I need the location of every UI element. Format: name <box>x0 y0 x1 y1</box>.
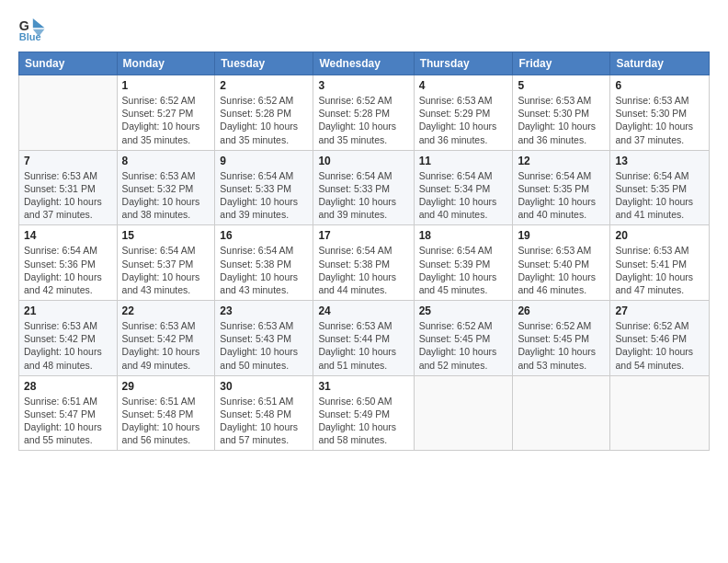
day-info: Sunrise: 6:53 AMSunset: 5:31 PMDaylight:… <box>24 169 112 222</box>
calendar-table: SundayMondayTuesdayWednesdayThursdayFrid… <box>18 52 710 451</box>
calendar-cell: 13Sunrise: 6:54 AMSunset: 5:35 PMDayligh… <box>610 150 710 225</box>
calendar-cell: 8Sunrise: 6:53 AMSunset: 5:32 PMDaylight… <box>117 150 215 225</box>
calendar-cell: 4Sunrise: 6:53 AMSunset: 5:29 PMDaylight… <box>414 75 513 151</box>
day-info: Sunrise: 6:52 AMSunset: 5:45 PMDaylight:… <box>419 319 508 372</box>
calendar-cell: 11Sunrise: 6:54 AMSunset: 5:34 PMDayligh… <box>414 150 513 225</box>
day-info: Sunrise: 6:50 AMSunset: 5:49 PMDaylight:… <box>318 395 408 447</box>
day-number: 8 <box>122 155 210 167</box>
calendar-cell: 21Sunrise: 6:53 AMSunset: 5:42 PMDayligh… <box>19 301 118 376</box>
week-row-5: 28Sunrise: 6:51 AMSunset: 5:47 PMDayligh… <box>19 375 710 451</box>
day-info: Sunrise: 6:54 AMSunset: 5:35 PMDaylight:… <box>615 169 704 222</box>
day-number: 23 <box>220 304 308 317</box>
day-number: 13 <box>615 155 704 167</box>
day-number: 7 <box>24 155 112 167</box>
logo: G Blue <box>18 15 50 42</box>
day-info: Sunrise: 6:52 AMSunset: 5:45 PMDaylight:… <box>518 319 605 372</box>
calendar-cell: 17Sunrise: 6:54 AMSunset: 5:38 PMDayligh… <box>313 225 414 301</box>
day-info: Sunrise: 6:52 AMSunset: 5:28 PMDaylight:… <box>318 94 408 146</box>
weekday-header-monday: Monday <box>117 52 215 75</box>
day-info: Sunrise: 6:54 AMSunset: 5:33 PMDaylight:… <box>220 169 308 222</box>
day-number: 5 <box>518 79 605 92</box>
day-info: Sunrise: 6:52 AMSunset: 5:46 PMDaylight:… <box>615 319 704 372</box>
weekday-header-friday: Friday <box>513 52 610 75</box>
day-info: Sunrise: 6:51 AMSunset: 5:47 PMDaylight:… <box>24 395 112 447</box>
day-info: Sunrise: 6:51 AMSunset: 5:48 PMDaylight:… <box>122 395 210 447</box>
day-number: 2 <box>220 79 308 92</box>
day-number: 12 <box>518 155 605 167</box>
calendar-cell: 10Sunrise: 6:54 AMSunset: 5:33 PMDayligh… <box>313 150 414 225</box>
calendar-cell <box>513 375 610 451</box>
day-number: 30 <box>220 380 308 393</box>
weekday-header-saturday: Saturday <box>610 52 710 75</box>
day-info: Sunrise: 6:53 AMSunset: 5:44 PMDaylight:… <box>318 319 408 372</box>
week-row-2: 7Sunrise: 6:53 AMSunset: 5:31 PMDaylight… <box>19 150 710 225</box>
day-info: Sunrise: 6:53 AMSunset: 5:42 PMDaylight:… <box>24 319 112 372</box>
calendar-cell <box>610 375 710 451</box>
calendar-cell: 23Sunrise: 6:53 AMSunset: 5:43 PMDayligh… <box>215 301 313 376</box>
page: G Blue SundayMondayTuesdayWednesdayThurs… <box>0 0 728 563</box>
weekday-header-row: SundayMondayTuesdayWednesdayThursdayFrid… <box>19 52 710 75</box>
calendar-cell: 7Sunrise: 6:53 AMSunset: 5:31 PMDaylight… <box>19 150 118 225</box>
day-number: 29 <box>122 380 210 393</box>
calendar-cell <box>19 75 118 151</box>
weekday-header-wednesday: Wednesday <box>313 52 414 75</box>
day-number: 22 <box>122 304 210 317</box>
day-number: 14 <box>24 229 112 242</box>
day-number: 27 <box>615 304 704 317</box>
day-info: Sunrise: 6:53 AMSunset: 5:42 PMDaylight:… <box>122 319 210 372</box>
calendar-cell: 6Sunrise: 6:53 AMSunset: 5:30 PMDaylight… <box>610 75 710 151</box>
weekday-header-tuesday: Tuesday <box>215 52 313 75</box>
calendar-cell: 2Sunrise: 6:52 AMSunset: 5:28 PMDaylight… <box>215 75 313 151</box>
day-number: 11 <box>419 155 508 167</box>
day-number: 4 <box>419 79 508 92</box>
calendar-cell: 16Sunrise: 6:54 AMSunset: 5:38 PMDayligh… <box>215 225 313 301</box>
calendar-cell: 14Sunrise: 6:54 AMSunset: 5:36 PMDayligh… <box>19 225 118 301</box>
calendar-cell: 19Sunrise: 6:53 AMSunset: 5:40 PMDayligh… <box>513 225 610 301</box>
day-number: 25 <box>419 304 508 317</box>
day-info: Sunrise: 6:52 AMSunset: 5:28 PMDaylight:… <box>220 94 308 146</box>
day-info: Sunrise: 6:53 AMSunset: 5:30 PMDaylight:… <box>518 94 605 146</box>
calendar-cell: 12Sunrise: 6:54 AMSunset: 5:35 PMDayligh… <box>513 150 610 225</box>
day-number: 16 <box>220 229 308 242</box>
day-info: Sunrise: 6:54 AMSunset: 5:38 PMDaylight:… <box>220 244 308 296</box>
week-row-3: 14Sunrise: 6:54 AMSunset: 5:36 PMDayligh… <box>19 225 710 301</box>
day-number: 28 <box>24 380 112 393</box>
weekday-header-thursday: Thursday <box>414 52 513 75</box>
day-info: Sunrise: 6:53 AMSunset: 5:43 PMDaylight:… <box>220 319 308 372</box>
calendar-cell: 28Sunrise: 6:51 AMSunset: 5:47 PMDayligh… <box>19 375 118 451</box>
day-number: 20 <box>615 229 704 242</box>
day-info: Sunrise: 6:51 AMSunset: 5:48 PMDaylight:… <box>220 395 308 447</box>
day-number: 26 <box>518 304 605 317</box>
week-row-4: 21Sunrise: 6:53 AMSunset: 5:42 PMDayligh… <box>19 301 710 376</box>
calendar-cell: 25Sunrise: 6:52 AMSunset: 5:45 PMDayligh… <box>414 301 513 376</box>
weekday-header-sunday: Sunday <box>19 52 118 75</box>
day-info: Sunrise: 6:53 AMSunset: 5:32 PMDaylight:… <box>122 169 210 222</box>
day-number: 9 <box>220 155 308 167</box>
calendar-cell: 22Sunrise: 6:53 AMSunset: 5:42 PMDayligh… <box>117 301 215 376</box>
day-info: Sunrise: 6:52 AMSunset: 5:27 PMDaylight:… <box>122 94 210 146</box>
day-number: 10 <box>318 155 408 167</box>
day-number: 17 <box>318 229 408 242</box>
day-number: 1 <box>122 79 210 92</box>
day-number: 31 <box>318 380 408 393</box>
day-info: Sunrise: 6:53 AMSunset: 5:41 PMDaylight:… <box>615 244 704 296</box>
day-info: Sunrise: 6:53 AMSunset: 5:30 PMDaylight:… <box>615 94 704 146</box>
day-number: 6 <box>615 79 704 92</box>
day-number: 15 <box>122 229 210 242</box>
calendar-cell: 29Sunrise: 6:51 AMSunset: 5:48 PMDayligh… <box>117 375 215 451</box>
week-row-1: 1Sunrise: 6:52 AMSunset: 5:27 PMDaylight… <box>19 75 710 151</box>
day-number: 18 <box>419 229 508 242</box>
calendar-cell: 30Sunrise: 6:51 AMSunset: 5:48 PMDayligh… <box>215 375 313 451</box>
calendar-cell: 3Sunrise: 6:52 AMSunset: 5:28 PMDaylight… <box>313 75 414 151</box>
calendar-cell: 27Sunrise: 6:52 AMSunset: 5:46 PMDayligh… <box>610 301 710 376</box>
calendar-cell: 20Sunrise: 6:53 AMSunset: 5:41 PMDayligh… <box>610 225 710 301</box>
day-info: Sunrise: 6:53 AMSunset: 5:29 PMDaylight:… <box>419 94 508 146</box>
day-info: Sunrise: 6:54 AMSunset: 5:39 PMDaylight:… <box>419 244 508 296</box>
day-info: Sunrise: 6:54 AMSunset: 5:35 PMDaylight:… <box>518 169 605 222</box>
calendar-cell: 31Sunrise: 6:50 AMSunset: 5:49 PMDayligh… <box>313 375 414 451</box>
calendar-cell: 24Sunrise: 6:53 AMSunset: 5:44 PMDayligh… <box>313 301 414 376</box>
day-number: 21 <box>24 304 112 317</box>
calendar-cell: 15Sunrise: 6:54 AMSunset: 5:37 PMDayligh… <box>117 225 215 301</box>
day-number: 24 <box>318 304 408 317</box>
svg-text:Blue: Blue <box>19 31 41 42</box>
